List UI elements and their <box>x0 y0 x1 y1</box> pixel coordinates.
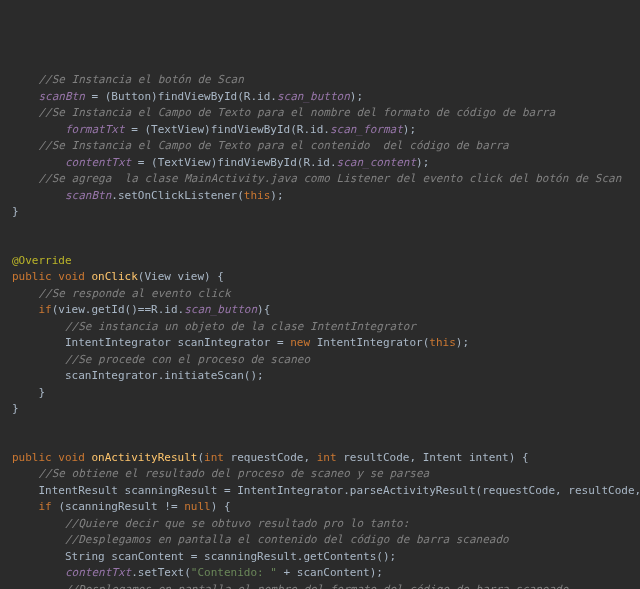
comment: //Desplegamos en pantalla el nombre del … <box>65 583 568 590</box>
comment: //Se Instancia el Campo de Texto para el… <box>39 106 556 119</box>
code-line: //Quiere decir que se obtuvo resultado p… <box>12 516 628 533</box>
code-line: //Se obtiene el resultado del proceso de… <box>12 466 628 483</box>
annotation: @Override <box>12 254 72 267</box>
code-line: } <box>12 204 628 221</box>
code-line: //Se Instancia el botón de Scan <box>12 72 628 89</box>
code-line: public void onClick(View view) { <box>12 269 628 286</box>
code-line: //Se agrega la clase MainActivity.java c… <box>12 171 628 188</box>
code-line: String scanContent = scanningResult.getC… <box>12 549 628 566</box>
field: scanBtn <box>65 189 111 202</box>
comment: //Se obtiene el resultado del proceso de… <box>39 467 430 480</box>
code-line: formatTxt = (TextView)findViewById(R.id.… <box>12 122 628 139</box>
comment: //Se agrega la clase MainActivity.java c… <box>39 172 622 185</box>
code-line: IntentResult scanningResult = IntentInte… <box>12 483 628 500</box>
code-line: //Desplegamos en pantalla el nombre del … <box>12 582 628 590</box>
comment: //Se Instancia el Campo de Texto para el… <box>39 139 509 152</box>
code-line: //Se Instancia el Campo de Texto para el… <box>12 105 628 122</box>
code-line: scanIntegrator.initiateScan(); <box>12 368 628 385</box>
code-line: //Desplegamos en pantalla el contenido d… <box>12 532 628 549</box>
code-line: scanBtn = (Button)findViewById(R.id.scan… <box>12 89 628 106</box>
comment: //Quiere decir que se obtuvo resultado p… <box>65 517 409 530</box>
code-line: @Override <box>12 253 628 270</box>
code-line: //Se Instancia el Campo de Texto para el… <box>12 138 628 155</box>
code-line: } <box>12 385 628 402</box>
code-line: if (scanningResult != null) { <box>12 499 628 516</box>
comment: //Se responde al evento click <box>39 287 231 300</box>
field: contentTxt <box>65 156 131 169</box>
method-name: onActivityResult <box>91 451 197 464</box>
code-line: public void onActivityResult(int request… <box>12 450 628 467</box>
code-line: contentTxt.setText("Contenido: " + scanC… <box>12 565 628 582</box>
comment: //Se procede con el proceso de scaneo <box>65 353 310 366</box>
field: scanBtn <box>39 90 85 103</box>
code-line: scanBtn.setOnClickListener(this); <box>12 188 628 205</box>
code-editor[interactable]: //Se Instancia el botón de Scan scanBtn … <box>12 72 628 589</box>
code-line: //Se responde al evento click <box>12 286 628 303</box>
code-line: //Se procede con el proceso de scaneo <box>12 352 628 369</box>
comment: //Se instancia un objeto de la clase Int… <box>65 320 416 333</box>
code-line: //Se instancia un objeto de la clase Int… <box>12 319 628 336</box>
blank-line <box>12 221 628 237</box>
field: formatTxt <box>65 123 125 136</box>
blank-line <box>12 237 628 253</box>
comment: //Se Instancia el botón de Scan <box>39 73 244 86</box>
code-line: IntentIntegrator scanIntegrator = new In… <box>12 335 628 352</box>
code-line: if(view.getId()==R.id.scan_button){ <box>12 302 628 319</box>
code-line: } <box>12 401 628 418</box>
code-line: contentTxt = (TextView)findViewById(R.id… <box>12 155 628 172</box>
method-name: onClick <box>91 270 137 283</box>
comment: //Desplegamos en pantalla el contenido d… <box>65 533 509 546</box>
blank-line <box>12 434 628 450</box>
blank-line <box>12 418 628 434</box>
